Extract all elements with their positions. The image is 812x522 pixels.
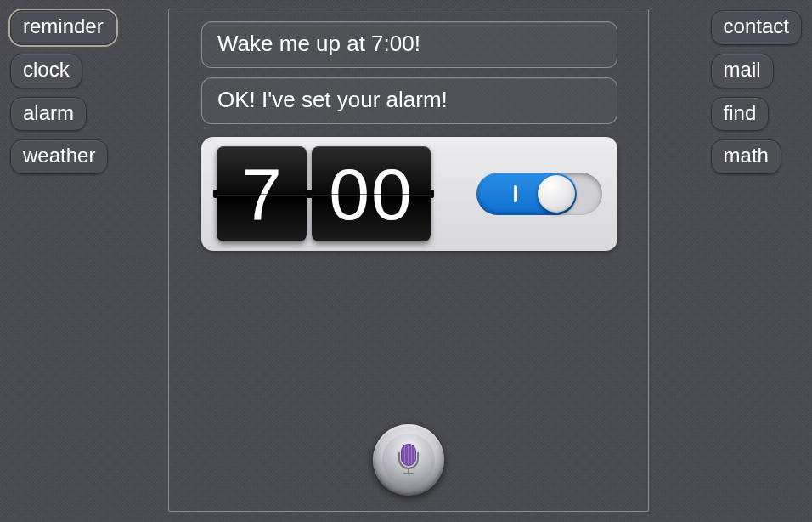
assistant-reply-text: OK! I've set your alarm! <box>217 87 448 112</box>
toggle-on-indicator-icon <box>514 185 517 202</box>
category-mail[interactable]: mail <box>711 54 774 88</box>
left-category-column: reminder clock alarm weather <box>10 10 116 174</box>
alarm-toggle[interactable] <box>476 173 602 215</box>
category-find[interactable]: find <box>711 97 770 132</box>
category-reminder[interactable]: reminder <box>10 10 116 45</box>
user-request-text: Wake me up at 7:00! <box>217 31 420 56</box>
right-category-column: contact mail find math <box>711 10 802 174</box>
toggle-knob <box>538 175 575 213</box>
category-math[interactable]: math <box>711 139 781 174</box>
microphone-icon <box>398 444 419 476</box>
category-contact[interactable]: contact <box>711 10 802 45</box>
alarm-card: 7 00 <box>201 137 617 251</box>
alarm-hour-flip: 7 <box>217 146 307 241</box>
category-alarm[interactable]: alarm <box>10 97 87 132</box>
microphone-button-inner <box>382 434 435 486</box>
assistant-panel: Wake me up at 7:00! OK! I've set your al… <box>168 9 649 512</box>
user-request-bubble: Wake me up at 7:00! <box>201 21 617 68</box>
alarm-hour-value: 7 <box>241 152 282 236</box>
microphone-button[interactable] <box>373 424 444 496</box>
alarm-minute-flip: 00 <box>312 146 431 241</box>
category-weather[interactable]: weather <box>10 139 108 174</box>
alarm-minute-value: 00 <box>329 152 414 236</box>
category-clock[interactable]: clock <box>10 54 82 88</box>
assistant-reply-bubble: OK! I've set your alarm! <box>201 77 617 124</box>
